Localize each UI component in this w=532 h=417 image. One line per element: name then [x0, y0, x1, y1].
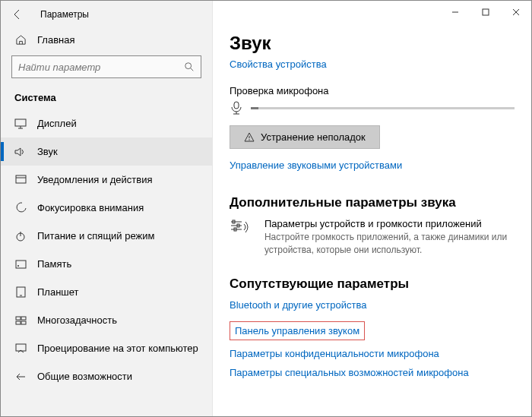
microphone-icon — [230, 101, 243, 115]
app-volume-title: Параметры устройств и громкости приложен… — [264, 218, 515, 229]
warning-icon — [244, 132, 255, 142]
svg-rect-19 — [483, 9, 489, 15]
related-heading: Сопутствующие параметры — [230, 276, 515, 292]
app-volume-row[interactable]: Параметры устройств и громкости приложен… — [230, 218, 515, 257]
sidebar-item-shared[interactable]: Общие возможности — [1, 362, 212, 390]
mic-level-meter — [251, 107, 515, 109]
svg-rect-15 — [16, 321, 21, 324]
svg-rect-5 — [16, 175, 26, 183]
svg-rect-14 — [21, 317, 26, 320]
projecting-icon — [14, 343, 27, 353]
sidebar-item-label: Дисплей — [37, 118, 77, 129]
svg-point-0 — [185, 63, 192, 69]
sidebar-item-sound[interactable]: Звук — [1, 137, 212, 166]
sidebar-item-label: Питание и спящий режим — [37, 230, 154, 242]
device-properties-link[interactable]: Свойства устройства — [230, 58, 327, 70]
shared-icon — [14, 371, 27, 382]
svg-line-1 — [191, 68, 194, 71]
power-icon — [14, 231, 27, 242]
sidebar-item-notifications[interactable]: Уведомления и действия — [1, 166, 212, 194]
minimize-button[interactable] — [440, 1, 470, 24]
close-button[interactable] — [501, 1, 531, 24]
sidebar-item-home[interactable]: Главная — [1, 28, 212, 51]
sidebar-item-display[interactable]: Дисплей — [1, 109, 212, 137]
bluetooth-link[interactable]: Bluetooth и другие устройства — [230, 299, 515, 311]
svg-point-10 — [17, 265, 19, 267]
sidebar-item-power[interactable]: Питание и спящий режим — [1, 222, 212, 250]
search-field[interactable] — [18, 62, 184, 73]
sound-control-panel-link[interactable]: Панель управления звуком — [235, 325, 359, 336]
advanced-heading: Дополнительные параметры звука — [230, 195, 515, 210]
svg-rect-17 — [16, 344, 26, 351]
sidebar-item-storage[interactable]: Память — [1, 250, 212, 278]
sidebar-item-label: Проецирование на этот компьютер — [37, 343, 198, 354]
page-title: Звук — [230, 33, 515, 54]
home-label: Главная — [37, 34, 74, 46]
mic-privacy-link[interactable]: Параметры конфиденциальности микрофона — [230, 348, 515, 359]
sidebar-item-label: Многозадачность — [37, 314, 117, 326]
svg-rect-2 — [15, 119, 26, 126]
sidebar-item-label: Уведомления и действия — [37, 174, 153, 185]
tablet-icon — [14, 286, 27, 298]
sidebar-item-focus[interactable]: Фокусировка внимания — [1, 194, 212, 222]
sidebar-item-tablet[interactable]: Планшет — [1, 278, 212, 306]
svg-rect-13 — [16, 317, 21, 320]
manage-sound-devices-link[interactable]: Управление звуковыми устройствами — [230, 160, 402, 171]
sidebar-item-label: Звук — [37, 146, 58, 157]
home-icon — [14, 34, 27, 46]
maximize-button[interactable] — [470, 1, 501, 24]
troubleshoot-button[interactable]: Устранение неполадок — [230, 125, 380, 149]
notifications-icon — [14, 175, 27, 185]
focus-icon — [14, 202, 27, 213]
svg-rect-9 — [16, 261, 26, 268]
mixer-icon — [230, 218, 251, 257]
sidebar-item-label: Фокусировка внимания — [37, 202, 144, 213]
sidebar-item-multitasking[interactable]: Многозадачность — [1, 306, 212, 334]
troubleshoot-label: Устранение неполадок — [261, 131, 366, 143]
multitasking-icon — [14, 316, 27, 325]
mic-accessibility-link[interactable]: Параметры специальных возможностей микро… — [230, 367, 515, 378]
sidebar-item-label: Память — [37, 258, 71, 270]
svg-rect-22 — [234, 102, 239, 109]
sound-icon — [14, 147, 27, 157]
display-icon — [14, 118, 27, 129]
mic-test-label: Проверка микрофона — [230, 85, 515, 96]
search-icon — [184, 62, 195, 72]
sidebar-item-label: Общие возможности — [37, 371, 132, 382]
sidebar-item-label: Планшет — [37, 286, 79, 298]
storage-icon — [14, 260, 27, 269]
search-input[interactable] — [11, 55, 201, 78]
sidebar-item-projecting[interactable]: Проецирование на этот компьютер — [1, 334, 212, 362]
svg-rect-16 — [21, 321, 26, 324]
window-title: Параметры — [40, 9, 89, 20]
app-volume-desc: Настройте громкость приложений, а также … — [264, 231, 515, 257]
svg-point-26 — [249, 139, 249, 140]
back-button[interactable] — [7, 4, 28, 25]
section-label: Система — [1, 84, 212, 109]
